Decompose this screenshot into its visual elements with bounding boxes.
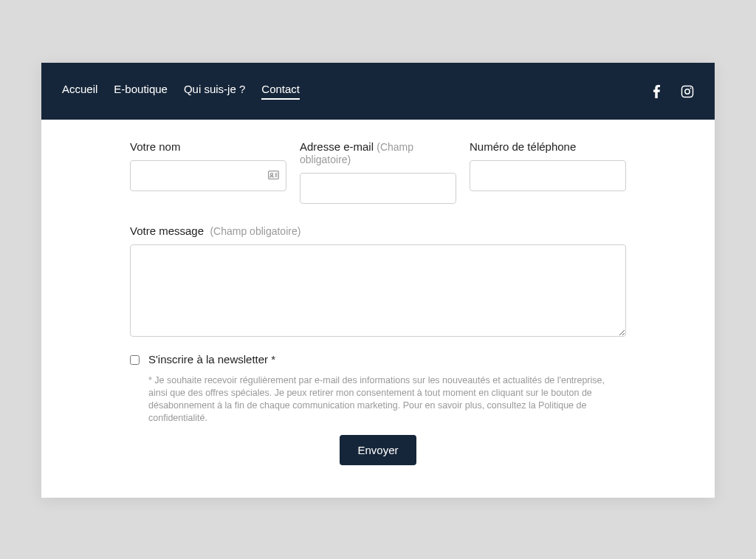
newsletter-checkbox[interactable] [130, 355, 140, 365]
name-label: Votre nom [130, 140, 286, 153]
name-input[interactable] [130, 160, 286, 191]
nav-link-eboutique[interactable]: E-boutique [114, 83, 168, 100]
email-label: Adresse e-mail (Champ obligatoire) [300, 140, 456, 165]
message-input[interactable] [130, 244, 626, 337]
field-message: Votre message (Champ obligatoire) [130, 224, 626, 337]
navbar: Accueil E-boutique Qui suis-je ? Contact [41, 63, 715, 120]
social-links [653, 85, 694, 98]
svg-point-1 [685, 89, 690, 93]
contact-card-icon [268, 169, 279, 182]
nav-link-accueil[interactable]: Accueil [62, 83, 97, 100]
nav-link-contact[interactable]: Contact [261, 83, 300, 100]
email-input[interactable] [300, 173, 456, 204]
field-name: Votre nom [130, 140, 286, 204]
svg-rect-0 [682, 86, 693, 97]
phone-input[interactable] [470, 160, 626, 191]
newsletter-label[interactable]: S'inscrire à la newsletter * [148, 353, 275, 366]
field-phone: Numéro de téléphone [470, 140, 626, 204]
nav-links: Accueil E-boutique Qui suis-je ? Contact [62, 83, 300, 100]
form-content: Votre nom Adresse e-mail (Champ obligato… [41, 120, 715, 498]
message-label: Votre message (Champ obligatoire) [130, 224, 626, 237]
svg-point-2 [690, 87, 692, 89]
facebook-icon[interactable] [653, 85, 660, 98]
field-email: Adresse e-mail (Champ obligatoire) [300, 140, 456, 204]
page-card: Accueil E-boutique Qui suis-je ? Contact… [41, 63, 715, 498]
newsletter-disclaimer: * Je souhaite recevoir régulièrement par… [148, 374, 626, 425]
svg-point-4 [270, 173, 272, 175]
instagram-icon[interactable] [681, 85, 694, 98]
submit-button[interactable]: Envoyer [340, 435, 416, 465]
phone-label: Numéro de téléphone [470, 140, 626, 153]
nav-link-quisuisje[interactable]: Qui suis-je ? [184, 83, 245, 100]
